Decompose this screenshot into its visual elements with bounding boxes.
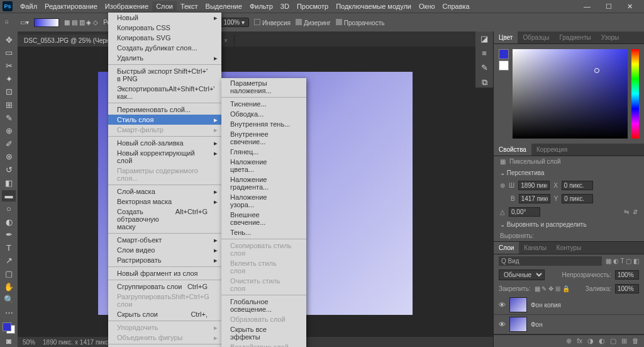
group-icon[interactable]: ▢ — [610, 337, 616, 345]
menu-item[interactable]: Сгруппировать слоиCtrl+G — [108, 282, 221, 292]
gradient-preview[interactable] — [34, 18, 59, 27]
fx-icon[interactable]: fx — [577, 337, 582, 345]
marquee-tool[interactable]: ▭ — [2, 47, 16, 59]
mask-icon[interactable]: ◑ — [587, 337, 594, 345]
menu-справка[interactable]: Справка — [439, 1, 474, 11]
menu-item[interactable]: Внешнее свечение... — [221, 210, 306, 227]
eraser-tool[interactable]: ◧ — [2, 177, 16, 189]
menu-item[interactable]: Обводка... — [221, 109, 306, 119]
tab-adjustments[interactable]: Коррекция — [531, 144, 572, 156]
menu-редактирование[interactable]: Редактирование — [41, 1, 101, 11]
menu-item[interactable]: Скрыть все эффекты — [221, 324, 306, 342]
menu-item[interactable]: Наложение узора... — [221, 192, 306, 210]
menu-окно[interactable]: Окно — [415, 1, 439, 11]
close-icon[interactable]: × — [224, 37, 228, 44]
filter-icons[interactable]: ▦ ◐ T ▢ ◧ — [606, 258, 639, 265]
menu-item[interactable]: Новый фрагмент из слоя — [108, 268, 221, 278]
menu-item[interactable]: Параметры наложения... — [221, 78, 306, 96]
menu-item[interactable]: Тень... — [221, 227, 306, 237]
menu-item[interactable]: Новый слой-заливка▸ — [108, 138, 221, 148]
history-brush-tool[interactable]: ↺ — [2, 164, 16, 176]
adjustment-icon[interactable]: ◐ — [599, 337, 605, 345]
menu-item[interactable]: Создать дубликат слоя... — [108, 43, 221, 53]
hand-tool[interactable]: ✋ — [2, 281, 16, 293]
shape-tool[interactable]: ▢ — [2, 268, 16, 280]
home-icon[interactable]: ⌂ — [5, 18, 15, 28]
layer-row[interactable]: 👁Фон копия — [494, 295, 644, 315]
menu-item[interactable]: Слои видео▸ — [108, 245, 221, 255]
gradient-type-icons[interactable]: ▦ ▤ ▥ ◈ ◇ — [64, 19, 98, 26]
menu-item[interactable]: Тиснение... — [221, 99, 306, 109]
menu-item[interactable]: Наложение градиента... — [221, 174, 306, 192]
delete-icon[interactable]: 🗑 — [632, 337, 639, 345]
width-input[interactable] — [518, 181, 550, 190]
menu-текст[interactable]: Текст — [177, 1, 202, 11]
lock-icons[interactable]: ▦ ✎ ✥ ⊞ 🔒 — [535, 285, 570, 292]
dodge-tool[interactable]: ◐ — [2, 216, 16, 228]
align-section[interactable]: ⌄ Выровнять и распределить — [494, 219, 644, 230]
layer-opacity-input[interactable] — [615, 270, 639, 280]
minimize-button[interactable]: — — [580, 1, 594, 12]
wand-tool[interactable]: ✦ — [2, 73, 16, 85]
opacity-select[interactable]: 100% ▾ — [219, 18, 249, 27]
menu-item[interactable]: Новый▸ — [108, 13, 221, 23]
tool-preset[interactable]: ▭▾ — [20, 19, 29, 26]
menu-просмотр[interactable]: Просмотр — [293, 1, 332, 11]
tab-swatches[interactable]: Образцы — [518, 31, 554, 43]
menu-item[interactable]: Стиль слоя▸ — [108, 115, 221, 125]
visibility-icon[interactable]: 👁 — [499, 321, 506, 328]
frame-tool[interactable]: ⊞ — [2, 99, 16, 111]
menu-item[interactable]: Внутреннее свечение... — [221, 129, 306, 147]
lasso-tool[interactable]: ✂ — [2, 60, 16, 72]
color-swatches[interactable] — [3, 322, 15, 334]
panel-icon[interactable]: ≡ — [482, 48, 487, 58]
menu-item[interactable]: Новый корректирующий слой▸ — [108, 148, 221, 166]
menu-item[interactable]: Растрировать▸ — [108, 255, 221, 265]
flip-h-icon[interactable]: ⇋ — [624, 208, 629, 215]
pen-tool[interactable]: ✒ — [2, 229, 16, 241]
link-layers-icon[interactable]: ⊕ — [566, 337, 572, 345]
color-picker[interactable] — [513, 49, 628, 139]
stamp-tool[interactable]: ⊛ — [2, 151, 16, 163]
menu-фильтр[interactable]: Фильтр — [246, 1, 277, 11]
dither-checkbox[interactable]: Дизеринг — [296, 19, 331, 26]
menu-item[interactable]: Смарт-объект▸ — [108, 235, 221, 245]
menu-файл[interactable]: Файл — [16, 1, 41, 11]
transparency-checkbox[interactable]: Прозрачность — [336, 19, 385, 26]
tab-properties[interactable]: Свойства — [494, 144, 531, 156]
layer-filter[interactable]: Q Вид — [499, 256, 602, 266]
y-input[interactable] — [562, 194, 593, 203]
background-swatch[interactable] — [499, 60, 509, 71]
fill-input[interactable] — [615, 284, 639, 293]
tab-paths[interactable]: Контуры — [552, 242, 586, 254]
visibility-icon[interactable]: 👁 — [499, 301, 506, 309]
perspective-section[interactable]: ⌄ Перспектива — [494, 167, 644, 179]
hue-slider[interactable] — [631, 49, 639, 139]
height-input[interactable] — [519, 194, 550, 203]
menu-item[interactable]: Переименовать слой... — [108, 105, 221, 115]
menu-слои[interactable]: Слои — [152, 1, 177, 11]
menu-item[interactable]: Копировать SVG — [108, 33, 221, 43]
layer-row[interactable]: 👁Фон — [494, 315, 644, 334]
menu-item[interactable]: Наложение цвета... — [221, 157, 306, 174]
new-layer-icon[interactable]: ⊞ — [621, 337, 627, 345]
panel-icon[interactable]: ◪ — [480, 34, 488, 43]
angle-input[interactable] — [509, 207, 540, 217]
type-tool[interactable]: T — [2, 242, 16, 254]
tab-channels[interactable]: Каналы — [519, 242, 552, 254]
menu-item[interactable]: Внутренняя тень... — [221, 119, 306, 129]
foreground-swatch[interactable] — [499, 49, 509, 59]
menu-item[interactable]: Слой-маска▸ — [108, 186, 221, 196]
crop-tool[interactable]: ⊡ — [2, 86, 16, 98]
quickmask-toggle[interactable]: ◙ — [2, 335, 16, 347]
menu-item[interactable]: Копировать CSS — [108, 23, 221, 33]
menu-item[interactable]: Быстрый экспорт в PNGShift+Ctrl+' — [108, 66, 221, 84]
menu-item[interactable]: Удалить▸ — [108, 53, 221, 63]
zoom-tool[interactable]: 🔍 — [2, 294, 16, 306]
flip-v-icon[interactable]: ⇵ — [633, 208, 638, 215]
tab-gradients[interactable]: Градиенты — [554, 31, 596, 43]
maximize-button[interactable]: ☐ — [602, 1, 616, 12]
menu-item[interactable]: Глянец... — [221, 147, 306, 157]
menu-выделение[interactable]: Выделение — [202, 1, 246, 11]
x-input[interactable] — [562, 181, 593, 190]
